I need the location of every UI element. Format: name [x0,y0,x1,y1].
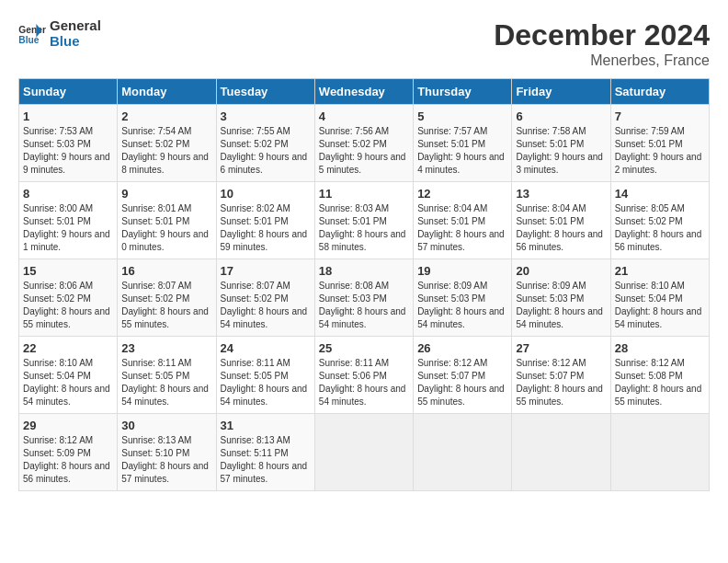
cell-content: Sunrise: 8:12 AMSunset: 5:09 PMDaylight:… [23,434,113,486]
day-number: 15 [23,264,113,278]
cell-content: Sunrise: 8:10 AMSunset: 5:04 PMDaylight:… [23,357,113,408]
cell-content: Sunrise: 8:11 AMSunset: 5:05 PMDaylight:… [221,357,311,408]
day-number: 10 [221,187,311,201]
cell-content: Sunrise: 8:11 AMSunset: 5:06 PMDaylight:… [319,357,409,408]
day-number: 9 [121,187,211,201]
calendar-cell: 7Sunrise: 7:59 AMSunset: 5:01 PMDaylight… [610,105,709,182]
day-number: 1 [23,109,113,123]
cell-content: Sunrise: 8:06 AMSunset: 5:02 PMDaylight:… [23,280,113,331]
day-number: 4 [319,109,409,123]
cell-content: Sunrise: 8:09 AMSunset: 5:03 PMDaylight:… [516,280,606,331]
cell-content: Sunrise: 7:59 AMSunset: 5:01 PMDaylight:… [615,125,705,177]
header-friday: Friday [512,79,610,105]
calendar-cell: 26Sunrise: 8:12 AMSunset: 5:07 PMDayligh… [414,337,512,414]
day-number: 5 [417,109,507,123]
day-number: 17 [221,264,311,278]
month-title: December 2024 [494,18,710,52]
calendar-cell: 8Sunrise: 8:00 AMSunset: 5:01 PMDaylight… [19,182,118,259]
cell-content: Sunrise: 8:13 AMSunset: 5:11 PMDaylight:… [221,434,311,486]
day-number: 26 [417,341,507,355]
calendar-cell: 19Sunrise: 8:09 AMSunset: 5:03 PMDayligh… [414,259,512,337]
day-number: 11 [319,187,409,201]
header-thursday: Thursday [414,79,512,105]
header-saturday: Saturday [610,79,709,105]
calendar-cell: 25Sunrise: 8:11 AMSunset: 5:06 PMDayligh… [314,337,413,414]
cell-content: Sunrise: 8:04 AMSunset: 5:01 PMDaylight:… [417,202,507,254]
location-subtitle: Menerbes, France [494,52,710,69]
header-sunday: Sunday [19,79,118,105]
cell-content: Sunrise: 7:58 AMSunset: 5:01 PMDaylight:… [516,125,606,177]
cell-content: Sunrise: 7:53 AMSunset: 5:03 PMDaylight:… [23,125,113,177]
cell-content: Sunrise: 8:07 AMSunset: 5:02 PMDaylight:… [221,280,311,331]
cell-content: Sunrise: 8:04 AMSunset: 5:01 PMDaylight:… [516,202,606,254]
cell-content: Sunrise: 8:12 AMSunset: 5:07 PMDaylight:… [516,357,606,408]
day-number: 30 [121,419,211,432]
day-number: 27 [516,341,606,355]
cell-content: Sunrise: 8:02 AMSunset: 5:01 PMDaylight:… [221,202,311,254]
calendar-cell: 28Sunrise: 8:12 AMSunset: 5:08 PMDayligh… [610,337,709,414]
calendar-cell: 15Sunrise: 8:06 AMSunset: 5:02 PMDayligh… [19,259,118,337]
calendar-cell: 24Sunrise: 8:11 AMSunset: 5:05 PMDayligh… [216,337,314,414]
calendar-cell [414,414,512,491]
calendar-cell: 11Sunrise: 8:03 AMSunset: 5:01 PMDayligh… [314,182,413,259]
cell-content: Sunrise: 8:05 AMSunset: 5:02 PMDaylight:… [615,202,705,254]
day-number: 13 [516,187,606,201]
day-number: 25 [319,341,409,355]
cell-content: Sunrise: 7:57 AMSunset: 5:01 PMDaylight:… [417,125,507,177]
logo-general: General [50,18,101,34]
day-number: 18 [319,264,409,278]
calendar-cell: 31Sunrise: 8:13 AMSunset: 5:11 PMDayligh… [216,414,314,491]
calendar-cell: 29Sunrise: 8:12 AMSunset: 5:09 PMDayligh… [19,414,118,491]
cell-content: Sunrise: 8:13 AMSunset: 5:10 PMDaylight:… [121,434,211,486]
cell-content: Sunrise: 7:55 AMSunset: 5:02 PMDaylight:… [221,125,311,177]
header-tuesday: Tuesday [216,79,314,105]
calendar-cell: 27Sunrise: 8:12 AMSunset: 5:07 PMDayligh… [512,337,610,414]
calendar-cell: 18Sunrise: 8:08 AMSunset: 5:03 PMDayligh… [314,259,413,337]
calendar-cell: 3Sunrise: 7:55 AMSunset: 5:02 PMDaylight… [216,105,314,182]
calendar-cell: 10Sunrise: 8:02 AMSunset: 5:01 PMDayligh… [216,182,314,259]
cell-content: Sunrise: 8:08 AMSunset: 5:03 PMDaylight:… [319,280,409,331]
cell-content: Sunrise: 8:03 AMSunset: 5:01 PMDaylight:… [319,202,409,254]
page-header: General Blue General Blue December 2024 … [18,18,710,69]
calendar-cell: 9Sunrise: 8:01 AMSunset: 5:01 PMDaylight… [118,182,216,259]
day-number: 31 [221,419,311,432]
calendar-week-1: 1Sunrise: 7:53 AMSunset: 5:03 PMDaylight… [19,105,710,182]
cell-content: Sunrise: 7:54 AMSunset: 5:02 PMDaylight:… [121,125,211,177]
cell-content: Sunrise: 8:10 AMSunset: 5:04 PMDaylight:… [615,280,705,331]
calendar-cell: 12Sunrise: 8:04 AMSunset: 5:01 PMDayligh… [414,182,512,259]
logo-blue: Blue [50,34,101,50]
calendar-cell: 2Sunrise: 7:54 AMSunset: 5:02 PMDaylight… [118,105,216,182]
day-number: 3 [221,109,311,123]
header-wednesday: Wednesday [314,79,413,105]
logo: General Blue General Blue [18,18,101,49]
day-number: 28 [615,341,705,355]
calendar-cell: 13Sunrise: 8:04 AMSunset: 5:01 PMDayligh… [512,182,610,259]
day-number: 12 [417,187,507,201]
calendar-cell: 23Sunrise: 8:11 AMSunset: 5:05 PMDayligh… [118,337,216,414]
day-number: 7 [615,109,705,123]
day-number: 20 [516,264,606,278]
calendar-cell: 22Sunrise: 8:10 AMSunset: 5:04 PMDayligh… [19,337,118,414]
calendar-week-3: 15Sunrise: 8:06 AMSunset: 5:02 PMDayligh… [19,259,710,337]
calendar-cell: 14Sunrise: 8:05 AMSunset: 5:02 PMDayligh… [610,182,709,259]
calendar-week-5: 29Sunrise: 8:12 AMSunset: 5:09 PMDayligh… [19,414,710,491]
svg-text:General: General [18,25,46,35]
logo-icon: General Blue [18,24,46,44]
cell-content: Sunrise: 8:11 AMSunset: 5:05 PMDaylight:… [121,357,211,408]
day-number: 22 [23,341,113,355]
day-number: 24 [221,341,311,355]
calendar-cell: 16Sunrise: 8:07 AMSunset: 5:02 PMDayligh… [118,259,216,337]
calendar-week-4: 22Sunrise: 8:10 AMSunset: 5:04 PMDayligh… [19,337,710,414]
calendar-cell: 5Sunrise: 7:57 AMSunset: 5:01 PMDaylight… [414,105,512,182]
day-number: 6 [516,109,606,123]
calendar-cell [512,414,610,491]
cell-content: Sunrise: 8:01 AMSunset: 5:01 PMDaylight:… [121,202,211,254]
calendar-cell: 4Sunrise: 7:56 AMSunset: 5:02 PMDaylight… [314,105,413,182]
header-monday: Monday [118,79,216,105]
cell-content: Sunrise: 8:00 AMSunset: 5:01 PMDaylight:… [23,202,113,254]
day-number: 8 [23,187,113,201]
day-number: 14 [615,187,705,201]
calendar-cell: 6Sunrise: 7:58 AMSunset: 5:01 PMDaylight… [512,105,610,182]
calendar-cell: 21Sunrise: 8:10 AMSunset: 5:04 PMDayligh… [610,259,709,337]
cell-content: Sunrise: 8:12 AMSunset: 5:08 PMDaylight:… [615,357,705,408]
